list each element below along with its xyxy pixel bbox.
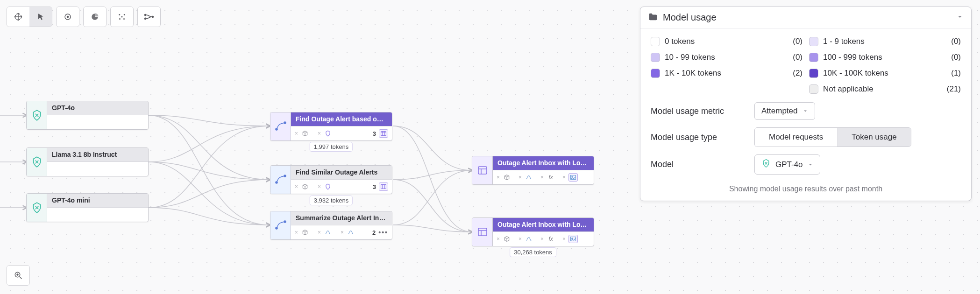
node-title: Outage Alert Inbox with Logic xyxy=(493,218,594,232)
node-body: × × 3 xyxy=(291,180,392,194)
legend-count: (21) xyxy=(940,84,961,94)
model-select[interactable]: GPT-4o xyxy=(754,154,820,175)
scatter-icon xyxy=(118,13,126,21)
token-count-label: 3,932 tokens xyxy=(310,196,353,205)
node-body xyxy=(47,162,148,176)
svg-rect-33 xyxy=(478,228,487,236)
img-icon xyxy=(568,235,578,243)
panel-header[interactable]: Model usage xyxy=(640,7,971,28)
svg-point-4 xyxy=(124,14,125,15)
model-usage-panel: Model usage 0 tokens (0) 1 - 9 tokens (0… xyxy=(640,7,972,201)
panel-footnote: Showing model usage results over past mo… xyxy=(640,182,971,201)
pie-icon xyxy=(91,13,99,21)
legend-label: 10K - 100K tokens xyxy=(823,69,888,78)
node-title: GPT-4o mini xyxy=(47,194,148,208)
target-icon xyxy=(64,13,72,21)
metric-label: Model usage metric xyxy=(651,106,744,116)
svg-point-15 xyxy=(284,122,286,124)
node-inbox-logic[interactable]: Outage Alert Inbox with Logic × × ×fx × xyxy=(472,217,594,246)
svg-point-1 xyxy=(67,16,69,18)
node-find-outage-desc[interactable]: Find Outage Alert based on de… × × 3 xyxy=(270,112,392,141)
pipeline-icon xyxy=(270,112,291,140)
link-tool[interactable] xyxy=(138,7,160,27)
cube-icon xyxy=(503,235,511,243)
svg-point-27 xyxy=(284,221,286,223)
legend-label: 1K - 10K tokens xyxy=(665,69,721,78)
pipeline-icon xyxy=(270,166,291,194)
node-count: 3 xyxy=(373,183,376,190)
node-inbox-truncated[interactable]: Outage Alert Inbox with Logic … × × ×fx … xyxy=(472,156,594,185)
svg-point-21 xyxy=(284,175,286,177)
shield-icon xyxy=(761,159,771,170)
cube-icon xyxy=(301,182,309,191)
legend-count: (2) xyxy=(782,69,802,78)
model-icon xyxy=(27,194,47,222)
svg-rect-22 xyxy=(381,185,386,189)
center-tool[interactable] xyxy=(57,7,79,27)
svg-point-2 xyxy=(119,14,120,15)
pointer-tool[interactable] xyxy=(29,7,52,27)
legend-label: 100 - 999 tokens xyxy=(823,53,882,62)
app-icon xyxy=(472,156,493,184)
shield-icon xyxy=(324,129,332,138)
svg-point-3 xyxy=(121,16,123,18)
canvas-toolbar xyxy=(7,7,161,27)
node-title: Outage Alert Inbox with Logic … xyxy=(493,156,594,170)
model-label: Model xyxy=(651,160,744,169)
zoom-in-icon xyxy=(14,271,22,280)
legend-count: (0) xyxy=(940,37,961,46)
cube-icon xyxy=(503,173,511,182)
pointer-icon xyxy=(37,13,45,21)
svg-rect-28 xyxy=(478,167,487,174)
more-icon: ••• xyxy=(378,229,388,236)
svg-point-9 xyxy=(152,16,153,17)
node-body: × × ×fx × xyxy=(493,232,594,246)
legend-count: (1) xyxy=(940,69,961,78)
node-model-llama[interactable]: Llama 3.1 8b Instruct xyxy=(26,147,149,176)
tab-token-usage[interactable]: Token usage xyxy=(837,128,910,147)
metric-value: Attempted xyxy=(761,106,798,116)
node-title: Llama 3.1 8b Instruct xyxy=(47,148,148,162)
node-title: GPT-4o xyxy=(47,101,148,115)
node-count: 2 xyxy=(372,229,376,236)
zoom-in-button[interactable] xyxy=(7,266,29,285)
sig-icon xyxy=(324,228,332,237)
node-summarize-outage[interactable]: Summarize Outage Alert Incid… × × × 2 ••… xyxy=(270,211,392,240)
layout-tool[interactable] xyxy=(111,7,133,27)
node-body xyxy=(47,115,148,129)
svg-point-5 xyxy=(119,18,121,20)
sig-icon xyxy=(525,173,533,182)
cube-icon xyxy=(301,228,309,237)
merge-icon xyxy=(144,13,154,21)
svg-point-8 xyxy=(145,18,146,19)
node-count: 3 xyxy=(373,130,376,137)
node-body: × × 3 xyxy=(291,126,392,140)
node-body: × × × 2 ••• xyxy=(291,225,392,239)
app-icon xyxy=(472,218,493,246)
metric-select[interactable]: Attempted xyxy=(754,102,815,120)
model-icon xyxy=(27,148,47,176)
legend-count: (0) xyxy=(940,53,961,62)
node-body xyxy=(47,208,148,222)
move-tool[interactable] xyxy=(7,7,29,27)
node-title: Find Outage Alert based on de… xyxy=(291,112,392,126)
img-icon xyxy=(568,173,578,182)
fx-icon: fx xyxy=(547,235,555,243)
panel-title: Model usage xyxy=(663,12,952,23)
move-icon xyxy=(14,13,22,21)
svg-point-37 xyxy=(572,238,573,239)
node-model-gpt4o[interactable]: GPT-4o xyxy=(26,101,149,130)
chart-tool[interactable] xyxy=(84,7,106,27)
legend-label: Not applicable xyxy=(823,84,873,94)
tab-model-requests[interactable]: Model requests xyxy=(755,128,837,147)
table-icon xyxy=(379,182,388,191)
sig-icon xyxy=(347,228,355,237)
token-count-label: 1,997 tokens xyxy=(310,142,353,152)
svg-point-14 xyxy=(276,128,277,130)
legend-label: 0 tokens xyxy=(665,37,695,46)
node-find-similar[interactable]: Find Similar Outage Alerts × × 3 xyxy=(270,165,392,194)
legend-label: 10 - 99 tokens xyxy=(665,53,715,62)
shield-icon xyxy=(324,182,332,191)
node-model-gpt4omini[interactable]: GPT-4o mini xyxy=(26,193,149,222)
chevron-down-icon xyxy=(802,108,808,114)
